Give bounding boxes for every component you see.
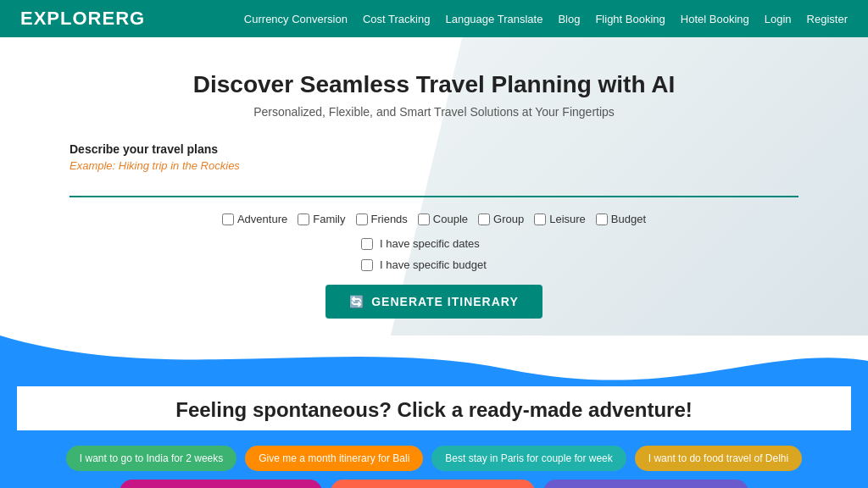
checkbox-leisure: Leisure: [534, 213, 586, 225]
adventure-pill[interactable]: I want to go to India for 2 weeks: [66, 446, 236, 471]
checkbox-label: Friends: [371, 213, 408, 225]
checkbox-family: Family: [298, 213, 345, 225]
checkbox-adventure: Adventure: [222, 213, 287, 225]
hero-section: Discover Seamless Travel Planning with A…: [0, 37, 868, 336]
generate-label: GENERATE ITINERARY: [371, 295, 519, 308]
adventure-pill[interactable]: Give me a month itinerary for Bali: [245, 446, 423, 471]
hero-content: Discover Seamless Travel Planning with A…: [53, 71, 815, 319]
nav-link-language-translate[interactable]: Language Translate: [445, 13, 542, 25]
travel-form: Describe your travel plans Example: Hiki…: [70, 142, 798, 319]
specific-options: I have specific datesI have specific bud…: [361, 237, 798, 271]
nav-link-currency-conversion[interactable]: Currency Conversion: [244, 13, 348, 25]
specific-label: I have specific budget: [380, 258, 487, 271]
specific-i-have-specific-dates: I have specific dates: [361, 237, 480, 250]
nav-link-cost-tracking[interactable]: Cost Tracking: [363, 13, 430, 25]
specific-i-have-specific-budget: I have specific budget: [361, 258, 487, 271]
spontaneous-section: Feeling spontaneous? Click a ready-made …: [0, 386, 868, 488]
adventure-pills: I want to go to India for 2 weeksGive me…: [17, 446, 851, 488]
checkbox-input-adventure[interactable]: [222, 214, 234, 225]
checkbox-label: Adventure: [237, 213, 287, 225]
checkbox-group: Group: [478, 213, 524, 225]
form-label: Describe your travel plans: [70, 142, 798, 156]
specific-checkbox[interactable]: [361, 238, 373, 250]
specific-label: I have specific dates: [380, 237, 480, 250]
adventure-pill[interactable]: Best stay in Paris for couple for week: [431, 446, 626, 471]
checkbox-input-budget[interactable]: [596, 214, 608, 225]
nav-link-flight-booking[interactable]: Flight Booking: [595, 13, 665, 25]
nav-links: Currency ConversionCost TrackingLanguage…: [244, 13, 848, 25]
checkbox-friends: Friends: [356, 213, 408, 225]
nav-link-register[interactable]: Register: [807, 13, 848, 25]
hero-title: Discover Seamless Travel Planning with A…: [193, 71, 676, 98]
adventure-pill[interactable]: best time to travel Thailand for 2 weeks: [331, 480, 535, 488]
checkbox-couple: Couple: [418, 213, 468, 225]
adventure-pill[interactable]: Group tour on $1000 budget in Vietnam: [543, 480, 749, 488]
checkbox-label: Leisure: [549, 213, 586, 225]
nav-link-hotel-booking[interactable]: Hotel Booking: [681, 13, 749, 25]
checkbox-label: Couple: [433, 213, 468, 225]
checkbox-budget: Budget: [596, 213, 646, 225]
nav-link-login[interactable]: Login: [765, 13, 792, 25]
logo: EXPLORERG: [20, 8, 145, 30]
checkbox-label: Budget: [611, 213, 646, 225]
adventure-pill[interactable]: Suggest me place in Europe on budget: [120, 480, 322, 488]
checkbox-label: Group: [493, 213, 524, 225]
wave-svg: [0, 336, 868, 386]
navbar: EXPLORERG Currency ConversionCost Tracki…: [0, 0, 868, 37]
specific-checkbox[interactable]: [361, 259, 373, 271]
checkbox-label: Family: [313, 213, 345, 225]
wave-section: Feeling spontaneous? Click a ready-made …: [0, 336, 868, 488]
hero-subtitle: Personalized, Flexible, and Smart Travel…: [253, 105, 615, 119]
spontaneous-title: Feeling spontaneous? Click a ready-made …: [17, 386, 851, 430]
checkbox-input-group[interactable]: [478, 214, 490, 225]
checkbox-row: AdventureFamilyFriendsCoupleGroupLeisure…: [70, 213, 798, 225]
generate-icon: 🔄: [349, 295, 364, 308]
checkbox-input-couple[interactable]: [418, 214, 430, 225]
nav-link-blog[interactable]: Blog: [558, 13, 580, 25]
checkbox-input-family[interactable]: [298, 214, 309, 225]
travel-input[interactable]: [70, 175, 798, 197]
checkbox-input-friends[interactable]: [356, 214, 368, 225]
adventure-pill[interactable]: I want to do food travel of Delhi: [635, 446, 802, 471]
generate-button[interactable]: 🔄 GENERATE ITINERARY: [326, 285, 542, 319]
form-example: Example: Hiking trip in the Rockies: [70, 159, 798, 172]
checkbox-input-leisure[interactable]: [534, 214, 546, 225]
